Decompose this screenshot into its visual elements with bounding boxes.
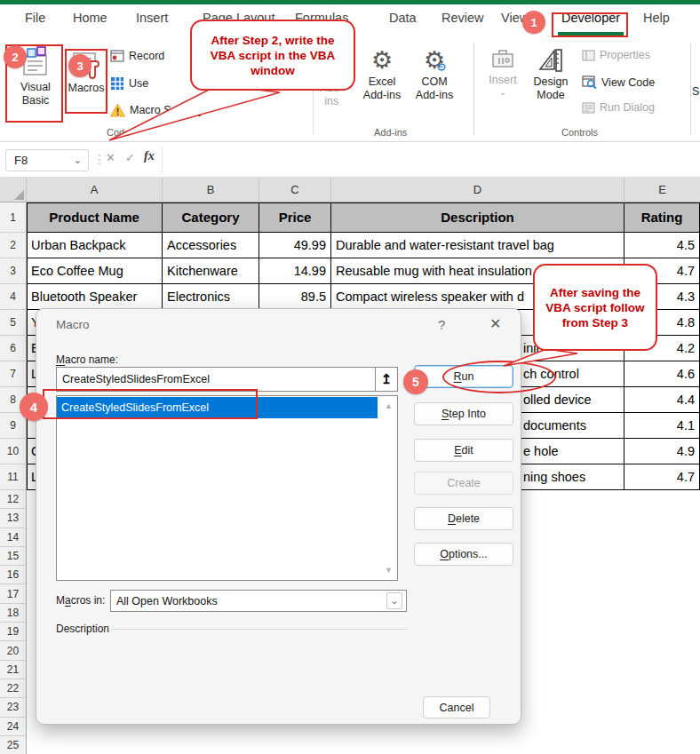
row-header[interactable]: 21 <box>0 661 26 679</box>
row-header[interactable]: 1 <box>0 202 26 233</box>
tab-review[interactable]: Review <box>441 11 484 25</box>
cell-price[interactable]: 89.5 <box>259 284 331 310</box>
cancel-entry-icon[interactable]: ✕ <box>106 151 115 164</box>
header-category[interactable]: Category <box>163 202 259 233</box>
row-header[interactable]: 4 <box>0 284 26 310</box>
header-description[interactable]: Description <box>331 202 624 233</box>
tab-help[interactable]: Help <box>643 11 670 25</box>
row-header[interactable]: 23 <box>0 698 26 717</box>
description-divider <box>112 629 407 630</box>
row-header[interactable]: 2 <box>0 233 26 258</box>
row-header[interactable]: 5 <box>0 310 26 336</box>
com-addins-button[interactable]: ⚙ ⚙ COM Add-ins <box>410 48 458 102</box>
name-box-chevron-icon[interactable]: ⌄ <box>74 155 82 166</box>
name-box[interactable]: F8 ⌄ <box>5 149 89 171</box>
cell-description[interactable]: Durable and water-resistant travel bag <box>331 233 624 258</box>
row-header[interactable]: 18 <box>0 604 26 623</box>
cell-rating[interactable]: 4.4 <box>624 387 700 413</box>
row-header[interactable]: 15 <box>0 547 26 566</box>
column-header-b[interactable]: B <box>163 178 259 202</box>
tab-file[interactable]: File <box>25 11 45 25</box>
row-header[interactable]: 16 <box>0 566 26 584</box>
scroll-up-icon[interactable]: ▲ <box>385 401 393 410</box>
row-header[interactable]: 19 <box>0 623 26 641</box>
scroll-down-icon[interactable]: ▼ <box>385 566 393 575</box>
properties-button[interactable]: Properties <box>582 49 650 61</box>
cell-product-name[interactable]: Bluetooth Speaker <box>27 284 163 310</box>
edit-button[interactable]: Edit <box>414 439 513 462</box>
macros-in-dropdown[interactable]: All Open Workbooks ⌄ <box>110 590 407 612</box>
dialog-close-icon[interactable]: ✕ <box>489 315 501 332</box>
macro-name-expand-button[interactable]: ↥ <box>375 367 398 392</box>
macros-in-chevron-icon[interactable]: ⌄ <box>386 592 402 609</box>
column-header-a[interactable]: A <box>27 178 163 202</box>
macro-list[interactable]: CreateStyledSlidesFromExcel ▲ ▼ <box>56 395 398 581</box>
record-macro-button[interactable]: Record <box>110 49 164 63</box>
group-separator <box>473 43 474 135</box>
record-macro-icon <box>110 49 124 63</box>
delete-button[interactable]: Delete <box>414 507 513 530</box>
macro-list-item-highlight-box <box>43 389 258 419</box>
tab-data[interactable]: Data <box>389 11 417 25</box>
row-header[interactable]: 12 <box>0 490 26 509</box>
cell-rating[interactable]: 4.9 <box>624 439 700 464</box>
create-button[interactable]: Create <box>414 472 513 495</box>
cell-category[interactable]: Kitchenware <box>163 258 259 284</box>
row-header[interactable]: 14 <box>0 528 26 547</box>
insert-control-button[interactable]: Insert ⌄ <box>483 48 522 97</box>
options-button[interactable]: Options... <box>414 543 513 566</box>
row-header[interactable]: 13 <box>0 509 26 528</box>
dialog-help-icon[interactable]: ? <box>438 317 445 332</box>
tab-insert[interactable]: Insert <box>136 11 168 25</box>
excel-addins-button[interactable]: ⚙ Excel Add-ins <box>357 48 407 102</box>
developer-highlight-box <box>552 12 628 37</box>
step-into-button[interactable]: Step Into <box>414 402 513 425</box>
row-header[interactable]: 3 <box>0 258 26 284</box>
column-header-e[interactable]: E <box>624 178 700 202</box>
cell-product-name[interactable]: Eco Coffee Mug <box>27 258 163 284</box>
row-header[interactable]: 20 <box>0 641 26 660</box>
cell-price[interactable]: 14.99 <box>259 258 331 284</box>
excel-addins-gear-icon: ⚙ <box>371 48 393 73</box>
design-mode-button[interactable]: Design Mode <box>529 48 572 102</box>
cell-product-name[interactable]: Urban Backpack <box>27 233 163 258</box>
cell-category[interactable]: Accessories <box>163 233 259 258</box>
properties-label: Properties <box>600 49 650 61</box>
row-header[interactable]: 6 <box>0 336 26 361</box>
cell-rating[interactable]: 4.5 <box>624 233 700 258</box>
column-header-d[interactable]: D <box>331 178 624 202</box>
header-price[interactable]: Price <box>259 202 331 233</box>
row-header[interactable]: 24 <box>0 718 26 736</box>
macro-name-input[interactable]: CreateStyledSlidesFromExcel <box>56 367 398 392</box>
cancel-button[interactable]: Cancel <box>423 696 490 718</box>
run-dialog-button[interactable]: Run Dialog <box>582 101 655 114</box>
properties-icon <box>582 50 595 61</box>
row-header[interactable]: 9 <box>0 413 26 439</box>
row-header[interactable]: 11 <box>0 464 26 490</box>
tab-home[interactable]: Home <box>73 11 107 25</box>
dialog-title: Macro <box>56 318 90 331</box>
cell-rating[interactable]: 4.7 <box>624 464 700 490</box>
row-header[interactable]: 7 <box>0 361 26 387</box>
table-row: Urban Backpack Accessories 49.99 Durable… <box>27 233 700 258</box>
controls-group-label: Controls <box>561 127 598 138</box>
row-header[interactable]: 22 <box>0 679 26 698</box>
header-product-name[interactable]: Product Name <box>27 202 163 233</box>
cell-price[interactable]: 49.99 <box>259 233 331 258</box>
row-header[interactable]: 25 <box>0 736 26 754</box>
record-macro-label: Record <box>129 50 164 62</box>
row-header[interactable]: 17 <box>0 584 26 603</box>
formula-input[interactable] <box>162 147 695 172</box>
column-header-c[interactable]: C <box>259 178 331 202</box>
addins-group-label: Add-ins <box>374 127 407 138</box>
cell-rating[interactable]: 4.6 <box>624 361 700 387</box>
insert-function-icon[interactable]: fx <box>144 149 155 163</box>
step-1-badge: 1 <box>522 11 545 34</box>
confirm-entry-icon[interactable]: ✓ <box>125 151 135 164</box>
cell-category[interactable]: Electronics <box>163 284 259 310</box>
cell-rating[interactable]: 4.1 <box>624 413 700 439</box>
row-header[interactable]: 10 <box>0 439 26 464</box>
header-rating[interactable]: Rating <box>624 202 700 233</box>
view-code-button[interactable]: View Code <box>582 75 655 89</box>
select-all-corner[interactable] <box>0 178 27 202</box>
